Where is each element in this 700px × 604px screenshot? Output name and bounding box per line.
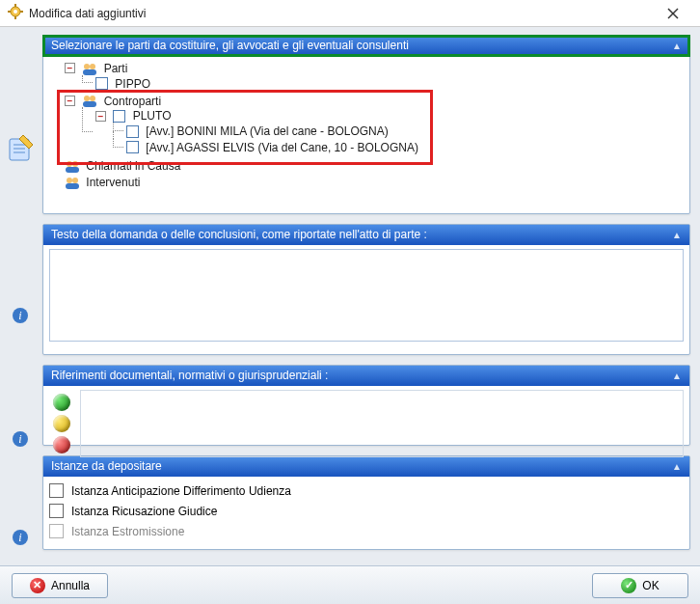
add-reference-button[interactable] bbox=[53, 394, 70, 411]
svg-point-1 bbox=[13, 10, 17, 14]
ok-button[interactable]: ✓ OK bbox=[592, 573, 688, 598]
svg-rect-24 bbox=[66, 183, 79, 189]
tree-expander[interactable]: − bbox=[65, 96, 75, 106]
close-button[interactable] bbox=[654, 2, 692, 25]
people-icon bbox=[82, 94, 97, 107]
svg-rect-21 bbox=[66, 167, 79, 173]
edit-reference-button[interactable] bbox=[53, 415, 70, 432]
edit-document-icon bbox=[6, 133, 37, 164]
svg-text:i: i bbox=[18, 432, 21, 446]
panel-riferimenti-header: Riferimenti documentali, normativi o giu… bbox=[43, 366, 689, 386]
panel-riferimenti: Riferimenti documentali, normativi o giu… bbox=[42, 365, 690, 446]
tree-node-parti[interactable]: Parti bbox=[104, 62, 128, 75]
chevron-up-icon[interactable]: ▲ bbox=[672, 230, 682, 240]
panel-parties-header: Selezionare le parti da costituire, gli … bbox=[43, 36, 689, 56]
cancel-button[interactable]: ✕ Annulla bbox=[12, 573, 108, 598]
tree-leaf-pippo[interactable]: PIPPO bbox=[115, 77, 150, 91]
ok-icon: ✓ bbox=[621, 578, 636, 593]
checkbox-istanza-1[interactable] bbox=[49, 504, 64, 518]
chevron-up-icon[interactable]: ▲ bbox=[672, 371, 682, 381]
ok-button-label: OK bbox=[642, 579, 659, 592]
panel-parties: Selezionare le parti da costituire, gli … bbox=[42, 35, 690, 214]
checkbox-avv1[interactable] bbox=[126, 125, 139, 138]
checkbox-pluto[interactable] bbox=[113, 110, 125, 123]
cancel-icon: ✕ bbox=[30, 578, 45, 593]
svg-point-14 bbox=[90, 64, 95, 69]
list-item[interactable]: Istanza Anticipazione Differimento Udien… bbox=[49, 480, 684, 501]
svg-point-19 bbox=[67, 161, 72, 167]
window-title: Modifica dati aggiuntivi bbox=[29, 7, 654, 20]
info-icon: i bbox=[12, 430, 29, 448]
tree-expander[interactable]: − bbox=[95, 111, 106, 122]
chevron-up-icon[interactable]: ▲ bbox=[672, 41, 682, 51]
svg-point-16 bbox=[84, 96, 90, 101]
svg-point-23 bbox=[72, 178, 78, 183]
tree-expander[interactable]: − bbox=[65, 63, 75, 73]
istanze-checklist: Istanza Anticipazione Differimento Udien… bbox=[43, 477, 689, 545]
checkbox-istanza-0[interactable] bbox=[49, 483, 64, 498]
tree-node-intervenuti[interactable]: Intervenuti bbox=[86, 176, 140, 189]
people-icon bbox=[82, 62, 97, 75]
panel-riferimenti-header-label: Riferimenti documentali, normativi o giu… bbox=[51, 369, 328, 382]
references-list[interactable] bbox=[80, 390, 684, 457]
tree-node-controparti[interactable]: Controparti bbox=[104, 94, 161, 107]
parties-tree: − Parti PIPPO − Controparti bbox=[43, 56, 689, 208]
panel-parties-header-label: Selezionare le parti da costituire, gli … bbox=[51, 39, 409, 52]
panel-istanze-header-label: Istanze da depositare bbox=[51, 459, 162, 473]
istanza-label-0: Istanza Anticipazione Differimento Udien… bbox=[71, 484, 291, 498]
istanza-label-2: Istanza Estromissione bbox=[71, 525, 184, 538]
tree-leaf-avv2[interactable]: [Avv.] AGASSI ELVIS (Via del Cane, 10 - … bbox=[146, 141, 418, 154]
panel-istanze-header: Istanze da depositare ▲ bbox=[43, 456, 689, 477]
chevron-up-icon[interactable]: ▲ bbox=[672, 461, 682, 472]
panel-testo-header-label: Testo della domanda o delle conclusioni,… bbox=[51, 228, 427, 241]
tree-leaf-avv1[interactable]: [Avv.] BONINI MILA (Via del cane - BOLOG… bbox=[146, 124, 388, 138]
bottom-bar: ✕ Annulla ✓ OK bbox=[0, 565, 700, 604]
checkbox-avv2[interactable] bbox=[126, 141, 139, 153]
svg-point-22 bbox=[67, 178, 72, 183]
checkbox-pippo[interactable] bbox=[95, 77, 108, 90]
svg-point-13 bbox=[84, 64, 90, 69]
list-item[interactable]: Istanza Estromissione bbox=[49, 521, 684, 541]
tree-node-pluto[interactable]: PLUTO bbox=[133, 109, 172, 123]
checkbox-istanza-2[interactable] bbox=[49, 524, 64, 538]
content-area: Selezionare le parti da costituire, gli … bbox=[0, 27, 700, 565]
info-icon: i bbox=[12, 307, 29, 324]
list-item[interactable]: Istanza Ricusazione Giudice bbox=[49, 501, 684, 521]
titlebar: Modifica dati aggiuntivi bbox=[0, 0, 700, 27]
svg-point-20 bbox=[72, 161, 78, 167]
panel-istanze: Istanze da depositare ▲ Istanza Anticipa… bbox=[42, 455, 690, 550]
svg-text:i: i bbox=[18, 531, 21, 544]
svg-point-17 bbox=[90, 96, 95, 101]
istanza-label-1: Istanza Ricusazione Giudice bbox=[71, 505, 217, 518]
gear-icon bbox=[8, 4, 23, 22]
info-icon: i bbox=[12, 529, 29, 546]
svg-text:i: i bbox=[18, 309, 21, 322]
cancel-button-label: Annulla bbox=[51, 579, 90, 592]
tree-node-chiamati[interactable]: Chiamati in Causa bbox=[86, 159, 180, 173]
remove-reference-button[interactable] bbox=[53, 436, 70, 453]
testo-textarea[interactable] bbox=[49, 249, 684, 342]
panel-testo: Testo della domanda o delle conclusioni,… bbox=[42, 224, 690, 355]
people-icon bbox=[65, 176, 80, 189]
panel-testo-header: Testo della domanda o delle conclusioni,… bbox=[43, 225, 689, 245]
people-icon bbox=[65, 159, 80, 173]
